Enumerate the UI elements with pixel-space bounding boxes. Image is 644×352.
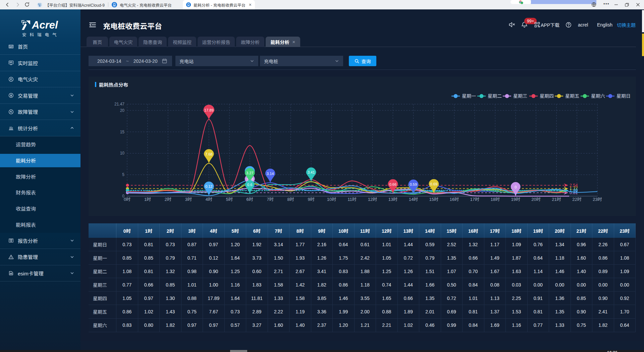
svg-text:0: 0 — [515, 185, 517, 189]
svg-text:19时: 19时 — [511, 197, 520, 202]
svg-text:0.59: 0.59 — [410, 182, 417, 186]
svg-text:4时: 4时 — [206, 197, 212, 202]
svg-text:星期一: 星期一 — [462, 93, 476, 99]
svg-text:3.41: 3.41 — [308, 170, 315, 174]
svg-text:5时: 5时 — [226, 197, 233, 202]
svg-text:星期五: 星期五 — [565, 93, 579, 99]
svg-text:10时: 10时 — [327, 197, 336, 202]
svg-text:17.89: 17.89 — [204, 108, 214, 112]
svg-text:0.66: 0.66 — [389, 182, 396, 186]
svg-text:5: 5 — [122, 172, 124, 177]
svg-text:23时: 23时 — [593, 197, 602, 202]
svg-text:3.14: 3.14 — [267, 172, 274, 176]
svg-text:20: 20 — [120, 108, 125, 113]
svg-text:20时: 20时 — [531, 197, 540, 202]
svg-text:15: 15 — [120, 130, 125, 134]
svg-text:3.27: 3.27 — [246, 171, 253, 175]
svg-text:21时: 21时 — [552, 197, 561, 202]
svg-text:星期四: 星期四 — [540, 93, 554, 99]
svg-text:星期六: 星期六 — [591, 93, 605, 99]
svg-text:13时: 13时 — [388, 197, 397, 202]
svg-text:14时: 14时 — [409, 197, 418, 202]
svg-text:16时: 16时 — [450, 197, 459, 202]
svg-text:0.69: 0.69 — [430, 182, 437, 186]
svg-text:星期三: 星期三 — [513, 93, 527, 99]
svg-text:1.77: 1.77 — [570, 186, 578, 191]
svg-text:22时: 22时 — [572, 197, 581, 202]
svg-text:18时: 18时 — [490, 197, 499, 202]
svg-text:1时: 1时 — [144, 197, 151, 202]
svg-text:2时: 2时 — [165, 197, 171, 202]
svg-text:6时: 6时 — [247, 197, 253, 202]
svg-text:15时: 15时 — [429, 197, 438, 202]
svg-text:7时: 7时 — [267, 197, 274, 202]
svg-text:12时: 12时 — [368, 197, 377, 202]
svg-text:11时: 11时 — [347, 197, 357, 202]
svg-text:17时: 17时 — [470, 197, 479, 202]
svg-text:0.6: 0.6 — [247, 183, 252, 187]
svg-text:10: 10 — [120, 151, 125, 156]
svg-text:0时: 0时 — [124, 197, 130, 202]
svg-text:0.12: 0.12 — [205, 184, 212, 188]
svg-text:8时: 8时 — [287, 197, 294, 202]
svg-text:星期日: 星期日 — [616, 93, 631, 99]
svg-text:3时: 3时 — [185, 197, 192, 202]
svg-text:21.47: 21.47 — [114, 102, 124, 106]
svg-text:9时: 9时 — [308, 197, 314, 202]
svg-text:7.68: 7.68 — [205, 152, 212, 156]
svg-text:星期二: 星期二 — [488, 93, 502, 99]
